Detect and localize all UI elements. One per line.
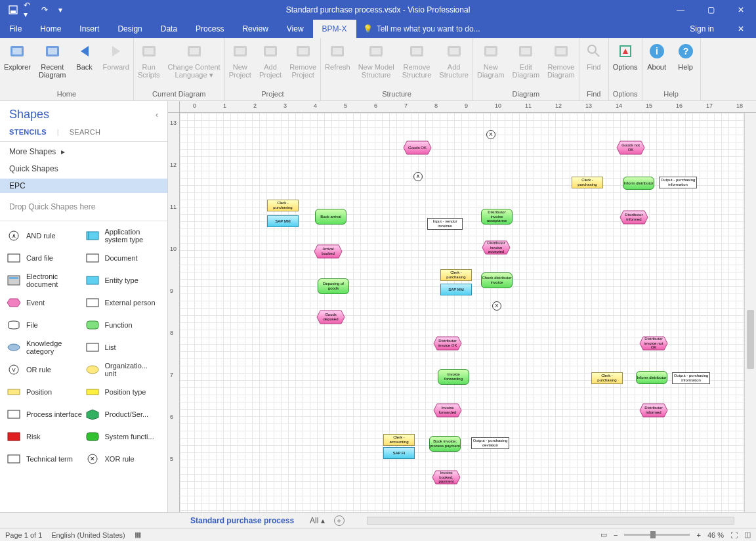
function-shape[interactable]: Deposing of goods	[318, 278, 349, 294]
ribbon-about[interactable]: iAbout	[642, 38, 671, 71]
stencil-doc[interactable]: Document	[85, 249, 161, 267]
tab-stencils[interactable]: STENCILS	[9, 128, 47, 136]
output-shape[interactable]: Input - vendor invoices	[427, 218, 463, 230]
tab-process[interactable]: Process	[186, 20, 233, 38]
ribbon-options[interactable]: Options	[609, 38, 642, 71]
stencil-procint[interactable]: Process interface	[7, 405, 83, 423]
undo-icon[interactable]: ↶ ▾	[24, 5, 34, 15]
position-shape[interactable]: Clerk - purchasing	[267, 200, 299, 211]
collapse-pane-icon[interactable]: ‹	[156, 110, 158, 119]
stencil-func[interactable]: Function	[85, 316, 161, 334]
gate-shape[interactable]: ∧	[413, 172, 423, 181]
event-shape[interactable]: Distributor informed	[639, 403, 668, 418]
stencil-xor[interactable]: ✕XOR rule	[85, 450, 161, 468]
function-shape[interactable]: Distributor invoice acceptance	[481, 209, 513, 225]
ribbon-recent[interactable]: RecentDiagram	[35, 38, 70, 79]
stencil-or[interactable]: VOR rule	[7, 360, 83, 379]
event-shape[interactable]: Distributor invoice OK	[433, 336, 462, 351]
tab-data[interactable]: Data	[152, 20, 186, 38]
event-shape[interactable]: Goods not OK	[616, 141, 645, 155]
macro-icon[interactable]: ▦	[135, 530, 141, 539]
add-page-button[interactable]: +	[334, 515, 345, 526]
tab-design[interactable]: Design	[108, 20, 151, 38]
system-shape[interactable]: SAP MM	[267, 215, 299, 227]
stencil-sysfunc[interactable]: System functi...	[85, 427, 161, 446]
stencil-appsys[interactable]: Application system type	[85, 227, 161, 245]
position-shape[interactable]: Clerk - purchasing	[591, 372, 623, 384]
tab-insert[interactable]: Insert	[70, 20, 108, 38]
stencil-org[interactable]: Organizatio... unit	[85, 360, 161, 379]
stencil-list[interactable]: List	[85, 338, 161, 357]
function-shape[interactable]: Invoice forwarding	[438, 369, 469, 385]
redo-icon[interactable]: ↷	[39, 5, 50, 15]
tab-review[interactable]: Review	[233, 20, 277, 38]
qat-more-icon[interactable]: ▾	[55, 5, 66, 15]
drawing-canvas[interactable]: Goods OKGoods not OKArrival bookedDistri…	[180, 113, 744, 512]
close-button[interactable]: ✕	[726, 0, 756, 20]
event-shape[interactable]: Distributor invoice accepted	[482, 240, 511, 255]
stencil-risk[interactable]: Risk	[7, 427, 83, 446]
position-shape[interactable]: Clerk - accounting	[383, 434, 415, 446]
stencil-edoc[interactable]: Electronic document	[7, 271, 83, 290]
function-shape[interactable]: Book invoice; process payment	[429, 436, 461, 452]
event-shape[interactable]: Goods deposed	[316, 310, 345, 324]
system-shape[interactable]: SAP MM	[440, 284, 472, 295]
event-shape[interactable]: Invoice booked, payment	[432, 470, 461, 485]
stencil-tech[interactable]: Technical term	[7, 450, 83, 468]
stencil-file[interactable]: File	[7, 316, 83, 334]
zoom-out-button[interactable]: −	[614, 531, 618, 539]
position-shape[interactable]: Clerk - purchasing	[440, 269, 472, 281]
event-shape[interactable]: Distributor informed	[620, 210, 648, 225]
minimize-button[interactable]: —	[665, 0, 696, 20]
system-shape[interactable]: SAP FI	[383, 447, 415, 459]
gate-shape[interactable]: X	[492, 301, 501, 311]
output-shape[interactable]: Output - purchasing information	[659, 177, 697, 188]
output-shape[interactable]: Output - purchasing deviation	[471, 437, 509, 449]
gate-shape[interactable]: X	[486, 130, 495, 139]
tab-file[interactable]: File	[0, 20, 31, 38]
sign-in[interactable]: Sign in	[690, 24, 726, 33]
event-shape[interactable]: Goods OK	[403, 141, 432, 155]
page-tab-active[interactable]: Standard purchase process	[184, 516, 301, 525]
ribbon-explorer[interactable]: Explorer	[0, 38, 35, 71]
stencil-prod[interactable]: Product/Ser...	[85, 405, 161, 423]
vertical-scrollbar[interactable]	[744, 113, 756, 512]
switch-windows-icon[interactable]: ◫	[744, 530, 751, 539]
share-button[interactable]: ✕	[726, 24, 756, 33]
function-shape[interactable]: Inform distributor	[636, 371, 667, 384]
stencil-event[interactable]: Event	[7, 293, 83, 312]
output-shape[interactable]: Output - purchasing information	[672, 372, 710, 384]
stencil-extp[interactable]: External person	[85, 293, 161, 312]
fit-page-icon[interactable]: ⛶	[730, 531, 738, 539]
tab-bpm-x[interactable]: BPM-X	[313, 20, 356, 38]
position-shape[interactable]: Clerk - purchasing	[572, 177, 603, 188]
stencil-know[interactable]: Knowledge category	[7, 338, 83, 357]
function-shape[interactable]: Check distributor invoice	[481, 272, 513, 288]
event-shape[interactable]: Arrival booked	[314, 244, 343, 259]
event-shape[interactable]: Invoice forwarded	[433, 403, 462, 418]
tell-me[interactable]: 💡 Tell me what you want to do...	[356, 24, 480, 33]
stencil-entity[interactable]: Entity type	[85, 271, 161, 290]
all-pages[interactable]: All ▴	[310, 516, 325, 525]
zoom-slider[interactable]	[624, 534, 690, 536]
tab-home[interactable]: Home	[31, 20, 70, 38]
ribbon-back[interactable]: Back	[70, 38, 99, 71]
more-shapes[interactable]: More Shapes ▸	[0, 142, 167, 162]
presentation-mode-icon[interactable]: ▭	[600, 530, 607, 539]
ribbon-help[interactable]: ?Help	[671, 38, 700, 71]
function-shape[interactable]: Inform distributor	[623, 177, 654, 190]
function-shape[interactable]: Book arrival	[315, 209, 346, 225]
maximize-button[interactable]: ▢	[696, 0, 726, 20]
event-shape[interactable]: Distributor invoice not OK	[639, 336, 668, 351]
stencil-epc[interactable]: EPC	[0, 179, 167, 193]
stencil-card[interactable]: Card file	[7, 249, 83, 267]
quick-shapes[interactable]: Quick Shapes	[0, 162, 167, 179]
save-icon[interactable]	[8, 5, 18, 15]
tab-view[interactable]: View	[278, 20, 313, 38]
stencil-pos[interactable]: Position	[7, 383, 83, 401]
horizontal-scrollbar[interactable]	[367, 517, 734, 525]
stencil-postype[interactable]: Position type	[85, 383, 161, 401]
stencil-and[interactable]: ∧AND rule	[7, 227, 83, 245]
tab-search[interactable]: SEARCH	[70, 128, 101, 136]
zoom-in-button[interactable]: +	[696, 531, 700, 539]
